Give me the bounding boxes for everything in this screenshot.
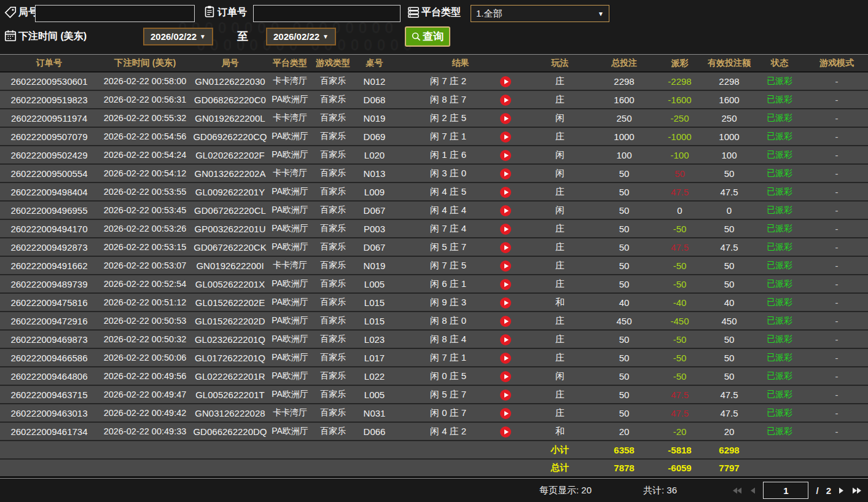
result: 闲 8 庄 4 — [394, 331, 526, 348]
table-number: N012 — [354, 73, 394, 90]
platform-type: PA欧洲厅 — [268, 238, 311, 256]
date-from-select[interactable]: 2026/02/22 ▼ — [143, 28, 213, 45]
order-id: 260222009496955 — [0, 202, 98, 219]
total-bet: 50 — [593, 349, 655, 366]
table-number: D067 — [354, 238, 394, 256]
order-id: 260222009492873 — [0, 238, 98, 256]
column-header: 订单号 — [0, 55, 98, 71]
order-id: 260222009491662 — [0, 257, 98, 274]
valid-bet: 47.5 — [705, 183, 754, 200]
payout: -20 — [655, 423, 705, 440]
page-number-input[interactable] — [763, 482, 808, 499]
bet-time: 2026-02-22 00:50:06 — [98, 349, 192, 366]
platform-type: PA欧洲厅 — [268, 146, 311, 163]
valid-bet: 50 — [705, 257, 754, 274]
bet-option: 庄 — [526, 331, 593, 348]
payout: -450 — [655, 312, 705, 329]
date-to-select[interactable]: 2026/02/22 ▼ — [266, 28, 336, 45]
table-body: 2602220095306012026-02-22 00:58:00GN0122… — [0, 73, 868, 441]
total-bet: 1000 — [593, 128, 655, 145]
play-icon[interactable] — [500, 224, 511, 235]
chevron-down-icon: ▼ — [598, 10, 604, 17]
page-separator: / — [816, 485, 818, 496]
result-text: 闲 2 庄 5 — [430, 112, 466, 124]
valid-bet: 2298 — [705, 73, 754, 90]
result-text: 闲 7 庄 1 — [430, 352, 466, 364]
status-badge: 已派彩 — [754, 312, 805, 329]
game-type: 百家乐 — [311, 109, 354, 127]
result-text: 闲 1 庄 6 — [430, 149, 466, 161]
valid-bet: 100 — [705, 146, 754, 163]
server-icon — [407, 6, 420, 19]
play-icon[interactable] — [500, 76, 511, 87]
play-icon[interactable] — [500, 242, 511, 253]
play-icon[interactable] — [500, 353, 511, 364]
game-mode: - — [805, 109, 868, 127]
play-icon[interactable] — [500, 316, 511, 327]
play-icon[interactable] — [500, 390, 511, 401]
game-mode: - — [805, 423, 868, 440]
order-id: 260222009463013 — [0, 404, 98, 422]
total-bet: 250 — [593, 109, 655, 127]
game-mode: - — [805, 128, 868, 145]
play-icon[interactable] — [500, 297, 511, 308]
column-header: 状态 — [754, 55, 805, 71]
table-row: 2602220094729162026-02-22 00:50:53GL0152… — [0, 312, 868, 331]
order-id: 260222009500554 — [0, 165, 98, 182]
last-page-icon[interactable] — [852, 487, 862, 495]
table-footer: 每页显示: 20 共计: 36 / 2 — [0, 478, 868, 502]
status-badge: 已派彩 — [754, 220, 805, 237]
play-icon[interactable] — [500, 334, 511, 345]
play-icon[interactable] — [500, 131, 511, 143]
column-header: 派彩 — [655, 55, 705, 71]
play-icon[interactable] — [500, 279, 511, 290]
play-icon[interactable] — [500, 113, 511, 124]
order-id: 260222009511974 — [0, 109, 98, 127]
play-icon[interactable] — [500, 261, 511, 272]
table-number: D069 — [354, 128, 394, 145]
platform-type: 卡卡湾厅 — [268, 73, 311, 90]
bet-time: 2026-02-22 00:49:56 — [98, 367, 192, 385]
result-text: 闲 0 庄 5 — [430, 371, 466, 382]
first-page-icon[interactable] — [732, 487, 742, 495]
game-type: 百家乐 — [311, 423, 354, 440]
round-id: GN0192622200L — [192, 109, 268, 127]
round-id: GL0222622201R — [192, 367, 268, 385]
round-number-input[interactable] — [35, 5, 195, 22]
bet-option: 庄 — [526, 257, 593, 274]
prev-page-icon[interactable] — [749, 487, 756, 495]
subtotal-valid-bet: 6298 — [705, 441, 754, 458]
game-type: 百家乐 — [311, 73, 354, 90]
play-icon[interactable] — [500, 426, 511, 437]
table-number: L005 — [354, 386, 394, 403]
play-icon[interactable] — [500, 187, 511, 198]
order-id: 260222009530601 — [0, 73, 98, 90]
total-bet: 50 — [593, 202, 655, 219]
search-button[interactable]: 查询 — [405, 26, 450, 47]
round-id: GN01226222030 — [192, 73, 268, 90]
payout: -100 — [655, 146, 705, 163]
game-type: 百家乐 — [311, 165, 354, 182]
play-icon[interactable] — [500, 95, 511, 106]
play-icon[interactable] — [500, 205, 511, 216]
status-badge: 已派彩 — [754, 367, 805, 385]
play-icon[interactable] — [500, 408, 511, 419]
play-icon[interactable] — [500, 168, 511, 179]
next-page-icon[interactable] — [839, 487, 845, 495]
platform-type-select[interactable]: 1.全部 ▼ — [471, 5, 609, 22]
result-text: 闲 5 庄 7 — [430, 241, 466, 253]
column-header: 玩法 — [526, 55, 593, 71]
play-icon[interactable] — [500, 371, 511, 382]
table-row: 2602220094984042026-02-22 00:53:55GL0092… — [0, 183, 868, 202]
round-id: GD067262220CL — [192, 202, 268, 219]
status-badge: 已派彩 — [754, 331, 805, 348]
order-id: 260222009494170 — [0, 220, 98, 237]
play-icon[interactable] — [500, 150, 511, 161]
round-id: GD066262220DQ — [192, 423, 268, 440]
table-row: 2602220094897392026-02-22 00:52:54GL0052… — [0, 275, 868, 294]
chevron-down-icon: ▼ — [323, 33, 329, 40]
game-mode: - — [805, 146, 868, 163]
game-type: 百家乐 — [311, 91, 354, 108]
order-number-input[interactable] — [253, 5, 401, 22]
result: 闲 3 庄 0 — [394, 165, 526, 182]
